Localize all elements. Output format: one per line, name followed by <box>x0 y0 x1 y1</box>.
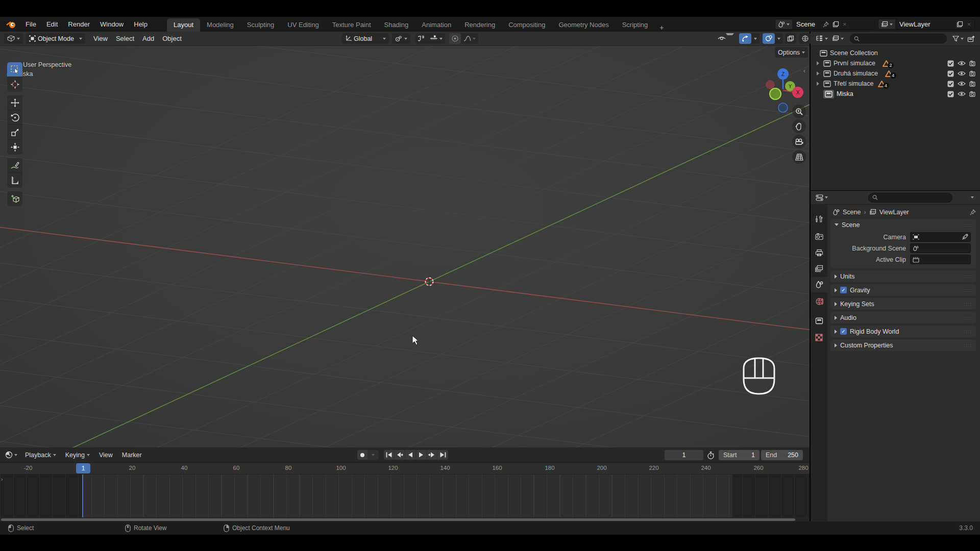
hide-eye-icon[interactable] <box>958 91 966 97</box>
outliner-search-input[interactable] <box>862 35 943 42</box>
pan-button[interactable] <box>792 119 806 133</box>
disable-render-camera-icon[interactable] <box>969 60 977 66</box>
keying-sets-panel[interactable]: Keying Sets ········ <box>830 298 976 310</box>
transform-orientation-dropdown[interactable]: Global <box>342 33 389 44</box>
drag-handle[interactable]: ········ <box>964 274 972 279</box>
properties-search-input[interactable] <box>880 194 948 201</box>
tab-tool[interactable] <box>811 212 827 226</box>
scene-panel-header[interactable]: Scene ········ <box>830 219 976 231</box>
tab-shading[interactable]: Shading <box>378 18 415 32</box>
tool-add-cube[interactable] <box>7 191 22 206</box>
tab-compositing[interactable]: Compositing <box>502 18 552 32</box>
disable-render-camera-icon[interactable] <box>969 81 977 87</box>
tool-transform[interactable] <box>7 140 22 155</box>
hide-eye-icon[interactable] <box>958 81 966 87</box>
drag-handle[interactable]: ········ <box>964 316 972 320</box>
auto-key-options-dropdown[interactable] <box>368 450 379 460</box>
expand-arrow-icon[interactable] <box>817 61 819 65</box>
exclude-checkbox[interactable] <box>947 81 954 87</box>
gravity-checkbox[interactable]: ✓ <box>840 287 847 293</box>
background-scene-field[interactable] <box>910 243 971 253</box>
tab-render[interactable] <box>811 230 827 244</box>
menu-render[interactable]: Render <box>63 20 95 28</box>
current-frame-indicator[interactable]: 1 <box>76 463 90 473</box>
menu-help[interactable]: Help <box>129 20 153 28</box>
tab-layout[interactable]: Layout <box>167 18 200 32</box>
menu-file[interactable]: File <box>20 20 41 28</box>
tool-select-box[interactable] <box>7 62 22 77</box>
outliner-row-collection-active[interactable]: Miska <box>811 89 980 99</box>
tab-animation[interactable]: Animation <box>415 18 458 32</box>
menu-view[interactable]: View <box>94 452 117 459</box>
axis-neg-y-ball[interactable] <box>770 88 781 99</box>
pivot-point-dropdown[interactable] <box>392 33 410 44</box>
rigid-body-world-checkbox[interactable]: ✓ <box>840 328 847 335</box>
outliner-row-collection[interactable]: První simulace 2 <box>811 58 980 68</box>
tab-scene[interactable] <box>811 277 827 292</box>
frame-end-field[interactable]: End 250 <box>761 450 803 460</box>
scene-name[interactable]: Scene <box>792 20 819 28</box>
outliner-row-collection[interactable]: Druhá simulace 4 <box>811 68 980 79</box>
xray-toggle[interactable] <box>785 33 796 44</box>
properties-search[interactable] <box>868 193 952 203</box>
rigid-body-world-panel[interactable]: ✓ Rigid Body World ········ <box>830 325 976 337</box>
breadcrumb-scene[interactable]: Scene <box>843 209 861 216</box>
custom-properties-panel[interactable]: Custom Properties ········ <box>830 339 976 351</box>
disable-render-camera-icon[interactable] <box>969 70 977 77</box>
outliner-row-scene-collection[interactable]: Scene Collection <box>811 48 980 58</box>
eyedropper-icon[interactable] <box>962 234 968 240</box>
use-preview-range-button[interactable] <box>707 452 715 460</box>
disable-render-camera-icon[interactable] <box>969 91 977 97</box>
next-keyframe-button[interactable] <box>427 450 437 460</box>
menu-add[interactable]: Add <box>138 35 158 42</box>
drag-handle[interactable]: ········ <box>964 330 972 334</box>
proportional-edit-toggle[interactable] <box>449 33 461 44</box>
prev-keyframe-button[interactable] <box>395 450 405 460</box>
axis-neg-z-ball[interactable] <box>778 103 788 112</box>
overlays-options-dropdown[interactable] <box>775 33 783 44</box>
scene-browse-button[interactable] <box>775 19 792 29</box>
outliner-row-collection[interactable]: Třetí simulace 4 <box>811 79 980 89</box>
tab-view-layer[interactable] <box>811 261 827 276</box>
tool-annotate[interactable] <box>7 158 22 173</box>
jump-to-start-button[interactable] <box>384 450 395 460</box>
timeline-scrollbar[interactable] <box>1 518 795 521</box>
new-collection-button[interactable] <box>965 35 977 42</box>
drag-handle[interactable]: ········ <box>964 288 972 292</box>
timeline-ruler[interactable]: -20 20 40 60 80 100 120 140 160 180 200 … <box>0 463 810 474</box>
options-dropdown[interactable]: Options <box>775 47 808 58</box>
visibility-dropdown[interactable] <box>718 33 734 44</box>
outliner-search[interactable] <box>850 34 947 43</box>
outliner-filter-id-dropdown[interactable] <box>830 35 846 42</box>
timeline-editor-type-button[interactable] <box>0 451 20 459</box>
tab-texture-paint[interactable]: Texture Paint <box>326 18 378 32</box>
exclude-checkbox[interactable] <box>947 70 954 77</box>
menu-edit[interactable]: Edit <box>41 20 63 28</box>
pin-icon[interactable] <box>970 209 976 215</box>
menu-keying[interactable]: Keying <box>61 452 94 459</box>
tab-texture[interactable] <box>811 330 827 344</box>
tool-cursor[interactable] <box>7 77 22 92</box>
proportional-falloff-dropdown[interactable] <box>461 33 478 44</box>
auto-key-record-button[interactable] <box>357 450 368 460</box>
menu-object[interactable]: Object <box>158 35 186 42</box>
shading-wireframe-button[interactable] <box>799 33 811 44</box>
camera-view-button[interactable] <box>792 135 806 148</box>
show-gizmo-toggle[interactable] <box>739 33 751 44</box>
play-button[interactable] <box>416 450 427 460</box>
menu-marker[interactable]: Marker <box>117 452 146 459</box>
tab-rendering[interactable]: Rendering <box>458 18 502 32</box>
blender-logo-icon[interactable] <box>0 20 20 29</box>
tool-measure[interactable] <box>7 173 22 188</box>
editor-type-button[interactable] <box>4 33 23 44</box>
outliner-display-mode-dropdown[interactable] <box>814 35 830 42</box>
tab-output[interactable] <box>811 245 827 260</box>
camera-field[interactable] <box>910 232 971 242</box>
gizmo-options-dropdown[interactable] <box>751 33 760 44</box>
mode-dropdown[interactable]: Object Mode <box>26 33 85 44</box>
exclude-checkbox[interactable] <box>947 91 954 97</box>
gravity-panel[interactable]: ✓ Gravity ········ <box>830 284 976 296</box>
unlink-scene-icon[interactable]: × <box>843 20 847 28</box>
menu-playback[interactable]: Playback <box>20 452 61 459</box>
current-frame-field[interactable]: 1 <box>665 450 703 460</box>
